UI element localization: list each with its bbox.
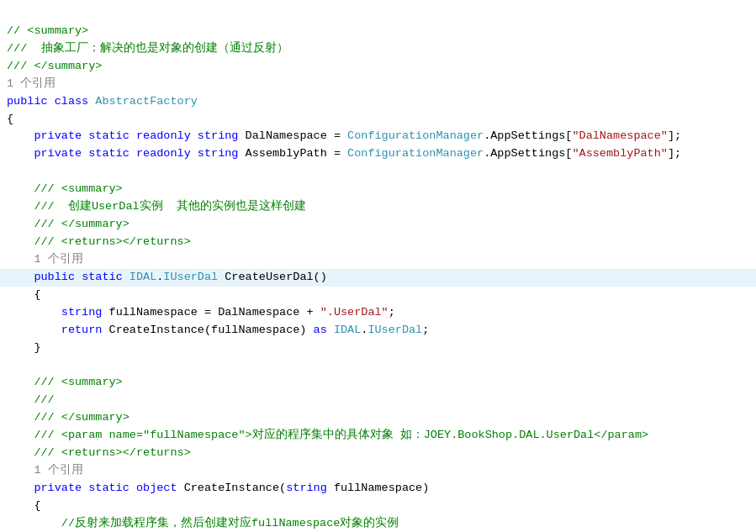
code-token: { bbox=[7, 287, 41, 304]
code-line: } bbox=[0, 340, 756, 357]
code-line: /// <summary> bbox=[0, 181, 756, 198]
code-token bbox=[7, 322, 61, 340]
code-token: ConfigurationManager bbox=[347, 145, 484, 163]
code-token: "AssemblyPath" bbox=[572, 145, 667, 163]
code-line: { bbox=[0, 498, 756, 515]
code-token: ]; bbox=[668, 128, 681, 145]
code-line: /// 创建UserDal实例 其他的实例也是这样创建 bbox=[0, 198, 756, 216]
code-line: /// <returns></returns> bbox=[0, 445, 756, 462]
code-line: return CreateInstance(fullNamespace) as … bbox=[0, 322, 756, 340]
code-line: private static object CreateInstance(str… bbox=[0, 480, 756, 498]
code-token bbox=[7, 269, 34, 287]
code-line: public class AbstractFactory bbox=[0, 93, 756, 111]
code-token: private bbox=[34, 480, 88, 498]
code-line: string fullNamespace = DalNamespace + ".… bbox=[0, 304, 756, 322]
code-line: // <summary> bbox=[0, 23, 756, 40]
code-token: </param> bbox=[594, 427, 648, 445]
code-line bbox=[0, 163, 756, 181]
code-token bbox=[7, 480, 34, 498]
code-line: public static IDAL.IUserDal CreateUserDa… bbox=[0, 269, 756, 287]
code-token: class bbox=[55, 93, 96, 111]
code-line: 1 个引用 bbox=[0, 462, 756, 480]
code-token: CreateInstance( bbox=[184, 480, 287, 498]
code-line: /// </summary> bbox=[0, 216, 756, 234]
code-token: static bbox=[82, 269, 130, 287]
code-token: /// </summary> bbox=[7, 216, 130, 234]
code-line: /// 抽象工厂：解决的也是对象的创建（通过反射） bbox=[0, 40, 756, 58]
code-token: ]; bbox=[668, 145, 681, 163]
code-line: 1 个引用 bbox=[0, 251, 756, 269]
code-line: 1 个引用 bbox=[0, 76, 756, 93]
code-token: CreateUserDal() bbox=[218, 269, 327, 287]
code-token: IUserDal bbox=[367, 322, 422, 340]
code-token: static bbox=[88, 128, 136, 145]
code-token: AssemblyPath = bbox=[246, 145, 348, 163]
code-line: /// </summary> bbox=[0, 409, 756, 427]
code-token: 抽象工厂：解决的也是对象的创建（通过反射） bbox=[41, 40, 288, 58]
code-token: string bbox=[286, 480, 334, 498]
code-token bbox=[7, 304, 61, 322]
code-line: //反射来加载程序集，然后创建对应fullNamespace对象的实例 bbox=[0, 515, 756, 532]
code-token: . bbox=[156, 269, 163, 287]
code-line: { bbox=[0, 287, 756, 304]
code-token: IDAL bbox=[130, 269, 156, 287]
code-token: /// <returns></returns> bbox=[7, 234, 191, 251]
code-token: /// bbox=[7, 198, 68, 216]
code-token: 1 个引用 bbox=[7, 462, 83, 480]
code-token: ; bbox=[422, 322, 429, 340]
code-token: . bbox=[361, 322, 367, 340]
code-line: private static readonly string DalNamesp… bbox=[0, 128, 756, 145]
code-view: // <summary>/// 抽象工厂：解决的也是对象的创建（通过反射）///… bbox=[0, 0, 756, 532]
code-token: DalNamespace = bbox=[246, 128, 348, 145]
code-token: IDAL bbox=[334, 322, 361, 340]
code-token: readonly bbox=[136, 145, 198, 163]
code-token: /// <summary> bbox=[7, 181, 123, 198]
code-token: IUserDal bbox=[163, 269, 218, 287]
code-token: object bbox=[136, 480, 184, 498]
code-token: /// <returns></returns> bbox=[7, 445, 191, 462]
code-line: /// bbox=[0, 392, 756, 409]
code-line bbox=[0, 356, 756, 374]
code-token: /// <param name="fullNamespace"> bbox=[7, 427, 252, 445]
code-token: /// </summary> bbox=[7, 58, 102, 76]
code-token: fullNamespace = DalNamespace + bbox=[109, 304, 320, 322]
code-token: ".UserDal" bbox=[320, 304, 389, 322]
code-token: CreateInstance(fullNamespace) bbox=[109, 322, 314, 340]
code-line: private static readonly string AssemblyP… bbox=[0, 145, 756, 163]
code-token: .AppSettings[ bbox=[484, 128, 572, 145]
code-token: fullNamespace) bbox=[334, 480, 429, 498]
code-line: /// <param name="fullNamespace">对应的程序集中的… bbox=[0, 427, 756, 445]
code-token: ConfigurationManager bbox=[347, 128, 484, 145]
code-token: private bbox=[34, 128, 88, 145]
code-token: // <summary> bbox=[7, 23, 88, 40]
code-token: ; bbox=[389, 304, 395, 322]
code-token: string bbox=[198, 128, 246, 145]
code-token: //反射来加载程序集，然后创建对应fullNamespace对象的实例 bbox=[61, 515, 399, 532]
code-line: /// </summary> bbox=[0, 58, 756, 76]
code-line: /// <summary> bbox=[0, 374, 756, 392]
code-token: 对应的程序集中的具体对象 如：JOEY.BookShop.DAL.UserDal bbox=[252, 427, 595, 445]
code-token: 1 个引用 bbox=[7, 76, 56, 93]
code-token: private bbox=[34, 145, 88, 163]
code-token: /// <summary> bbox=[7, 374, 123, 392]
code-token: 1 个引用 bbox=[7, 251, 83, 269]
code-token: static bbox=[88, 145, 136, 163]
code-token: return bbox=[61, 322, 109, 340]
code-token: } bbox=[7, 340, 41, 357]
code-line: { bbox=[0, 111, 756, 129]
code-token: static bbox=[88, 480, 136, 498]
code-token: { bbox=[7, 111, 13, 129]
code-token bbox=[7, 145, 34, 163]
code-token bbox=[7, 128, 34, 145]
code-token: string bbox=[198, 145, 246, 163]
code-token: public bbox=[34, 269, 82, 287]
code-token: as bbox=[314, 322, 334, 340]
code-token: 创建UserDal实例 其他的实例也是这样创建 bbox=[68, 198, 306, 216]
code-token: readonly bbox=[136, 128, 198, 145]
code-token: { bbox=[7, 498, 41, 515]
code-token: "DalNamespace" bbox=[572, 128, 667, 145]
code-token: string bbox=[61, 304, 109, 322]
code-token: public bbox=[7, 93, 55, 111]
code-token bbox=[7, 515, 61, 532]
code-token: /// bbox=[7, 40, 41, 58]
